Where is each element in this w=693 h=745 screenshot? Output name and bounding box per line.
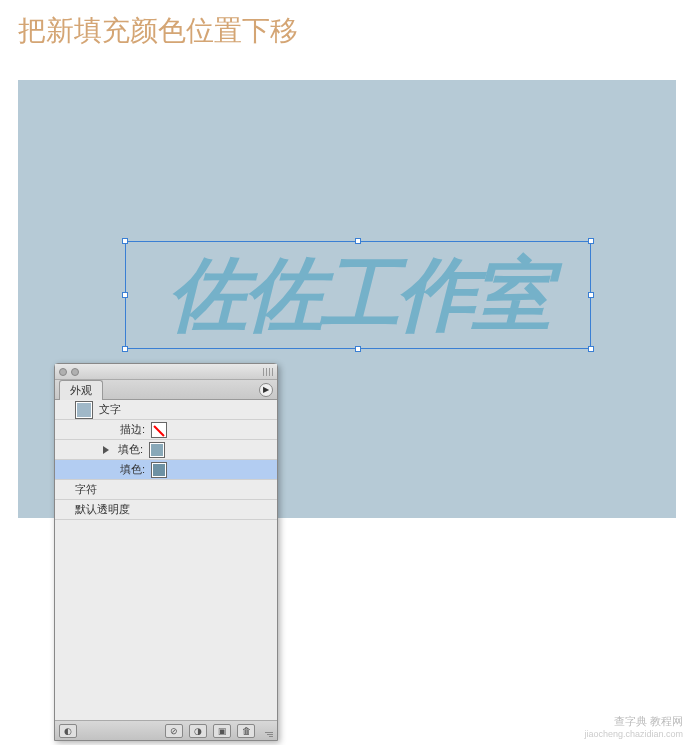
new-button[interactable]: ▣	[213, 724, 231, 738]
page-title: 把新填充颜色位置下移	[0, 0, 693, 62]
trash-button[interactable]: 🗑	[237, 724, 255, 738]
panel-empty-area	[55, 520, 277, 720]
window-dot[interactable]	[71, 368, 79, 376]
panel-tabbar: 外观 ▶	[55, 380, 277, 400]
tab-appearance[interactable]: 外观	[59, 380, 103, 400]
selection-handle-sw[interactable]	[122, 346, 128, 352]
expand-triangle-icon[interactable]	[103, 446, 109, 454]
selection-handle-n[interactable]	[355, 238, 361, 244]
characters-row[interactable]: 字符	[55, 480, 277, 500]
stroke-label: 描边:	[115, 422, 145, 437]
default-opacity-row[interactable]: 默认透明度	[55, 500, 277, 520]
panel-titlebar[interactable]	[55, 364, 277, 380]
object-type-label: 文字	[99, 402, 121, 417]
selection-handle-se[interactable]	[588, 346, 594, 352]
fill-swatch-1[interactable]	[149, 442, 165, 458]
fill-row-2-selected[interactable]: 填色:	[55, 460, 277, 480]
object-type-row[interactable]: 文字	[55, 400, 277, 420]
panel-body: 文字 描边: 填色: 填色: 字符 默认透明度	[55, 400, 277, 720]
characters-label: 字符	[75, 482, 97, 497]
duplicate-button[interactable]: ◑	[189, 724, 207, 738]
panel-footer: ◐ ⊘ ◑ ▣ 🗑	[55, 720, 277, 740]
object-swatch[interactable]	[75, 401, 93, 419]
selection-handle-w[interactable]	[122, 292, 128, 298]
fill-label-2: 填色:	[115, 462, 145, 477]
stroke-row[interactable]: 描边:	[55, 420, 277, 440]
watermark: 查字典 教程网 jiaocheng.chazidian.com	[584, 714, 683, 739]
artwork-text[interactable]: 佐佐工作室	[168, 255, 548, 335]
panel-grip[interactable]	[263, 368, 273, 376]
selection-handle-e[interactable]	[588, 292, 594, 298]
default-opacity-label: 默认透明度	[75, 502, 130, 517]
selected-text-object[interactable]: 佐佐工作室	[128, 244, 588, 346]
fill-swatch-2[interactable]	[151, 462, 167, 478]
watermark-line2: jiaocheng.chazidian.com	[584, 729, 683, 739]
resize-grip-icon[interactable]	[261, 725, 273, 737]
selection-handle-nw[interactable]	[122, 238, 128, 244]
panel-menu-icon[interactable]: ▶	[259, 383, 273, 397]
watermark-line1: 查字典 教程网	[584, 714, 683, 729]
stroke-swatch-none[interactable]	[151, 422, 167, 438]
clear-button[interactable]: ⊘	[165, 724, 183, 738]
fx-button[interactable]: ◐	[59, 724, 77, 738]
fill-label-1: 填色:	[113, 442, 143, 457]
window-dot[interactable]	[59, 368, 67, 376]
selection-handle-s[interactable]	[355, 346, 361, 352]
selection-handle-ne[interactable]	[588, 238, 594, 244]
appearance-panel[interactable]: 外观 ▶ 文字 描边: 填色: 填色: 字符	[54, 363, 278, 741]
fill-row-1[interactable]: 填色:	[55, 440, 277, 460]
